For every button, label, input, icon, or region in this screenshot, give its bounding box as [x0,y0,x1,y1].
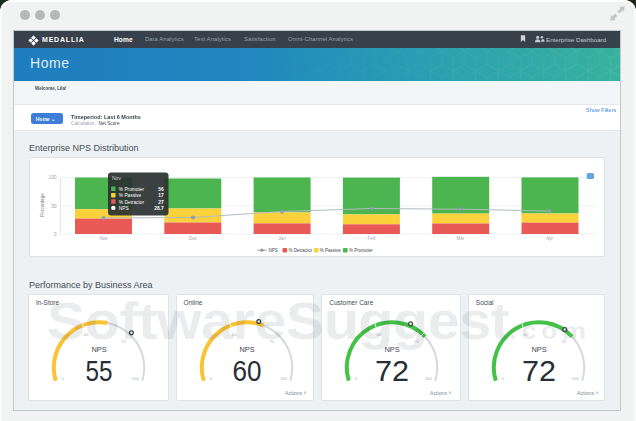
svg-text:Nov: Nov [112,175,121,181]
svg-text:% Passive: % Passive [320,248,342,253]
svg-text:Nov: Nov [99,236,108,241]
svg-text:% Detractor: % Detractor [119,200,145,205]
svg-text:Feb: Feb [368,236,376,241]
svg-text:100: 100 [132,376,140,381]
svg-text:17: 17 [158,193,164,198]
svg-text:100: 100 [425,376,433,381]
svg-text:NPS: NPS [119,206,129,211]
svg-text:50: 50 [51,204,57,209]
svg-text:0: 0 [501,376,504,381]
svg-text:Actions ˅: Actions ˅ [577,390,598,396]
svg-text:72: 72 [375,355,409,387]
svg-text:Actions ˅: Actions ˅ [285,390,306,396]
svg-text:% Promoter: % Promoter [119,187,145,192]
svg-text:60: 60 [232,355,261,387]
svg-text:NPS: NPS [269,248,278,253]
svg-text:100: 100 [572,376,580,381]
svg-text:0: 0 [355,376,358,381]
svg-text:100: 100 [49,175,57,180]
svg-text:100: 100 [279,376,287,381]
svg-text:% Detractor: % Detractor [288,248,312,253]
svg-text:72: 72 [522,355,556,387]
svg-text:Apr: Apr [546,236,554,241]
svg-text:Jan: Jan [278,236,286,241]
svg-text:0: 0 [61,376,64,381]
svg-text:Percentage: Percentage [40,193,45,217]
svg-text:28.7: 28.7 [154,206,164,211]
svg-text:27: 27 [158,200,164,205]
svg-text:0: 0 [54,232,57,237]
svg-text:% Promoter: % Promoter [349,248,373,253]
svg-text:56: 56 [158,187,164,192]
svg-text:0: 0 [209,376,212,381]
svg-text:Actions ˅: Actions ˅ [430,390,451,396]
svg-text:Mar: Mar [457,236,465,241]
svg-text:Dec: Dec [189,236,198,241]
svg-text:55: 55 [86,355,113,387]
svg-text:% Passive: % Passive [119,193,142,198]
